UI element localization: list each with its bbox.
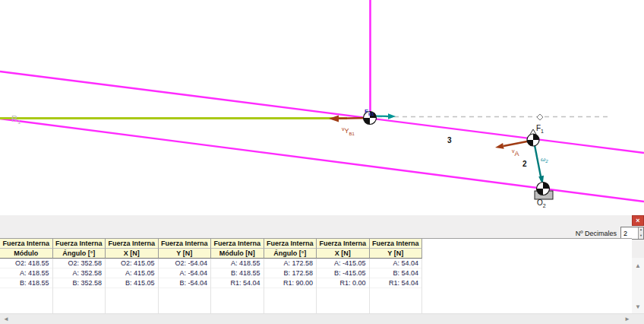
column-subheader: Módulo	[0, 249, 53, 259]
decimals-label: Nº Decimales	[576, 230, 617, 237]
decimals-spinner[interactable]: ▲ ▼	[638, 227, 643, 239]
label-omega2: ω2	[541, 156, 548, 164]
table-column: Fuerza Interna Ángulo [°] O2: 352.58 A: …	[53, 239, 106, 314]
vertical-scrollbar[interactable]: ▲ ▼	[632, 258, 644, 314]
column-header: Fuerza Interna	[0, 239, 53, 249]
label-vyb1: vYB1	[342, 126, 355, 136]
close-button[interactable]: ×	[632, 215, 644, 226]
mechanism-drawing: R1 FB1 vYB1 3 F1 vA 2 ω2 O2	[0, 0, 644, 215]
app-window: R1 FB1 vYB1 3 F1 vA 2 ω2 O2 × Nº Decimal…	[0, 0, 644, 324]
table-cell: A: 415.05	[106, 268, 158, 278]
mechanism-canvas[interactable]: R1 FB1 vYB1 3 F1 vA 2 ω2 O2	[0, 0, 644, 215]
table-cell: B: 418.55	[211, 268, 264, 278]
column-header: Fuerza Interna	[53, 239, 106, 249]
table-cell: A: -54.04	[159, 268, 211, 278]
table-cell: A: 352.58	[53, 268, 106, 278]
column-subheader: Ángulo [°]	[264, 249, 317, 259]
table-cell: O2: 415.05	[106, 259, 158, 268]
table-cell: R1: 90.00	[264, 278, 317, 288]
force-arrow-b-right-head	[388, 113, 396, 119]
column-subheader: X [N]	[317, 249, 370, 259]
table-cell: B: -54.04	[159, 278, 211, 288]
table-cell: R1: 54.04	[370, 278, 422, 288]
table-column: Fuerza Interna Módulo [N] A: 418.55 B: 4…	[211, 239, 264, 314]
table-cell: R1: 0.00	[317, 278, 369, 288]
forces-table: Fuerza Interna Módulo O2: 418.55 A: 418.…	[0, 239, 632, 314]
column-header: Fuerza Interna	[211, 239, 264, 249]
joint-a[interactable]	[527, 134, 539, 146]
spinner-down-icon[interactable]: ▼	[639, 233, 643, 240]
table-cell: O2: -54.04	[159, 259, 211, 268]
label-link-2: 2	[522, 160, 527, 168]
table-cell: B: -415.05	[317, 268, 369, 278]
column-subheader: Y [N]	[159, 249, 212, 259]
force-arrow-b-left-head	[329, 115, 339, 122]
table-cell: A: 418.55	[211, 259, 264, 268]
table-cell: B: 54.04	[370, 268, 422, 278]
results-panel: × Nº Decimales ▲ ▼ Fuerza Interna Módulo…	[0, 215, 644, 324]
column-header: Fuerza Interna	[159, 239, 212, 249]
table-column: Fuerza Interna X [N] A: -415.05 B: -415.…	[317, 239, 370, 314]
table-cell: A: 418.55	[0, 268, 52, 278]
table-cell: O2: 352.58	[53, 259, 106, 268]
decimals-input[interactable]	[621, 227, 638, 239]
table-cell: R1: 54.04	[211, 278, 264, 288]
table-cell: B: 415.05	[106, 278, 158, 288]
scroll-up-icon[interactable]: ▲	[632, 262, 644, 270]
table-cell: B: 172.58	[264, 268, 317, 278]
table-column: Fuerza Interna Ángulo [°] A: 172.58 B: 1…	[264, 239, 317, 314]
column-header: Fuerza Interna	[106, 239, 159, 249]
column-subheader: Módulo [N]	[211, 249, 264, 259]
table-cell: A: -415.05	[317, 259, 369, 268]
table-cell: A: 54.04	[370, 259, 422, 268]
table-column: Fuerza Interna Módulo O2: 418.55 A: 418.…	[0, 239, 53, 314]
table-column: Fuerza Interna Y [N] O2: -54.04 A: -54.0…	[159, 239, 212, 314]
scroll-left-icon[interactable]: ◄	[3, 315, 9, 323]
column-subheader: Ángulo [°]	[53, 249, 106, 259]
column-header: Fuerza Interna	[317, 239, 370, 249]
table-column: Fuerza Interna X [N] O2: 415.05 A: 415.0…	[106, 239, 159, 314]
column-header: Fuerza Interna	[264, 239, 317, 249]
f1-point-marker[interactable]	[537, 114, 543, 120]
forces-table-area: Fuerza Interna Módulo O2: 418.55 A: 418.…	[0, 238, 632, 314]
label-f1: F1	[536, 124, 544, 134]
column-subheader: Y [N]	[370, 249, 423, 259]
table-column: Fuerza Interna Y [N] A: 54.04 B: 54.04 R…	[370, 239, 423, 314]
scroll-down-icon[interactable]: ▼	[632, 303, 644, 311]
label-link-3: 3	[447, 136, 452, 145]
horizontal-scrollbar[interactable]: ◄ ►	[0, 313, 644, 324]
label-va: vA	[512, 148, 519, 157]
mechanism-line-upper[interactable]	[0, 71, 644, 153]
table-cell: B: 352.58	[53, 278, 106, 288]
velocity-arrow-a-head	[495, 143, 504, 149]
label-r1: R1	[11, 114, 21, 125]
table-cell: O2: 418.55	[0, 259, 52, 268]
table-cell: B: 418.55	[0, 278, 52, 288]
column-subheader: X [N]	[106, 249, 159, 259]
table-cell: A: 172.58	[264, 259, 317, 268]
column-header: Fuerza Interna	[370, 239, 423, 249]
velocity-arrow-a[interactable]	[504, 141, 531, 146]
ground-joint-o2[interactable]	[537, 183, 550, 195]
label-o2: O2	[537, 199, 546, 208]
scroll-right-icon[interactable]: ►	[624, 315, 630, 323]
spinner-up-icon[interactable]: ▲	[639, 227, 643, 233]
